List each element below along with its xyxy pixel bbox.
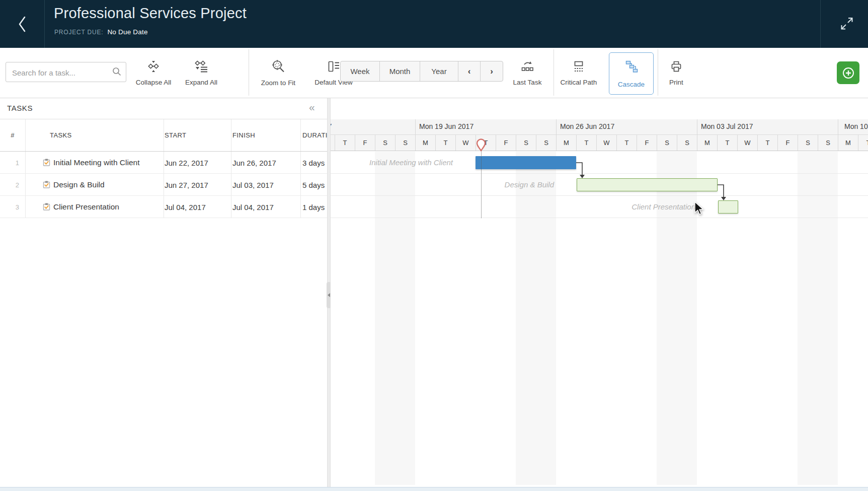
task-duration: 1 days: [302, 203, 325, 212]
task-finish-date: Jul 03, 2017: [232, 181, 274, 189]
gantt-app: Professional Services Project PROJECT DU…: [0, 0, 868, 491]
page-title: Professional Services Project: [54, 5, 247, 22]
zoom-to-fit-label: Zoom to Fit: [261, 79, 295, 87]
expand-all-label: Expand All: [185, 79, 217, 86]
gantt-row-separator: [331, 173, 868, 174]
task-name[interactable]: Design & Build: [53, 180, 105, 189]
gantt-bar-1[interactable]: [476, 156, 576, 169]
task-icon: [42, 180, 51, 189]
last-task-label: Last Task: [513, 79, 542, 86]
gantt-row-separator: [331, 195, 868, 196]
collapse-tasks-panel-icon[interactable]: «: [309, 101, 315, 113]
day-header-cell: T: [757, 135, 777, 151]
day-header-cell: M: [697, 135, 717, 151]
day-header-cell: S: [818, 135, 838, 151]
task-type-icon: [42, 202, 51, 211]
weekend-shading: [798, 152, 838, 485]
project-due: PROJECT DUE:No Due Date: [54, 28, 148, 36]
task-duration: 5 days: [302, 181, 325, 189]
print-button[interactable]: Print: [654, 50, 698, 96]
scroll-left-button[interactable]: ‹: [458, 61, 481, 81]
task-start-date: Jul 04, 2017: [165, 203, 206, 212]
week-header-label: Mon 03 Jul 2017: [701, 122, 753, 130]
task-start-date: Jun 27, 2017: [165, 181, 208, 189]
print-label: Print: [669, 79, 683, 86]
column-header-duration: DURATION: [302, 119, 327, 152]
schedule-gantt: Mon 12 Jun 2017Mon 19 Jun 2017Mon 26 Jun…: [331, 98, 868, 491]
header-divider-right: [820, 0, 821, 48]
tasks-panel-header: TASKS «: [0, 98, 327, 119]
week-segment[interactable]: Week: [341, 61, 380, 81]
day-header-cell: T: [435, 135, 455, 151]
task-finish-date: Jun 26, 2017: [232, 159, 276, 167]
today-marker-pin[interactable]: [475, 137, 487, 152]
app-header: Professional Services Project PROJECT DU…: [0, 0, 868, 48]
critical-path-button[interactable]: Critical Path: [553, 50, 605, 96]
table-row[interactable]: 1Initial Meeting with ClientJun 22, 2017…: [0, 152, 327, 174]
day-header-cell: M: [415, 135, 435, 151]
day-header-cell: F: [777, 135, 798, 151]
day-header-cell: F: [637, 135, 657, 151]
task-finish-date: Jul 04, 2017: [232, 203, 274, 212]
day-header-cell: S: [798, 135, 818, 151]
zoom-to-fit-button[interactable]: Zoom to Fit: [253, 50, 303, 96]
day-header-cell: T: [858, 135, 868, 151]
zoom-to-fit-icon: [271, 59, 285, 74]
add-task-button[interactable]: [837, 61, 859, 84]
cascade-icon: [623, 59, 640, 75]
time-scale-control: Week Month Year ‹ ›: [340, 61, 503, 82]
horizontal-scrollbar[interactable]: [0, 487, 868, 491]
add-icon: [841, 66, 855, 80]
last-task-button[interactable]: Last Task: [503, 50, 551, 96]
gantt-bar-label: Client Presentation: [544, 201, 695, 213]
collapse-all-icon: [146, 60, 161, 73]
week-header-label: Mon 19 Jun 2017: [419, 122, 474, 130]
day-header-cell: S: [657, 135, 677, 151]
day-header-cell: W: [455, 135, 476, 151]
table-row[interactable]: 2Design & BuildJun 27, 2017Jul 03, 20175…: [0, 174, 327, 196]
expand-all-button[interactable]: Expand All: [176, 50, 226, 96]
fullscreen-icon: [838, 15, 855, 32]
column-header-#: #: [0, 119, 25, 152]
row-number: 2: [1, 181, 19, 189]
expand-all-icon: [194, 60, 208, 73]
collapse-all-button[interactable]: Collapse All: [128, 50, 179, 96]
task-icon: [42, 202, 51, 211]
mouse-cursor: [693, 201, 706, 216]
year-segment[interactable]: Year: [420, 61, 458, 81]
day-header-cell: S: [375, 135, 395, 151]
day-header-cell: M: [556, 135, 576, 151]
column-header-start: START: [165, 119, 186, 152]
search-input[interactable]: [11, 62, 111, 83]
cascade-label: Cascade: [618, 81, 645, 88]
month-segment[interactable]: Month: [380, 61, 420, 81]
gantt-bar-label: Initial Meeting with Client: [331, 157, 453, 168]
last-task-icon: [520, 60, 535, 73]
task-name[interactable]: Initial Meeting with Client: [53, 158, 139, 167]
day-header-cell: W: [737, 135, 757, 151]
task-type-icon: [42, 158, 51, 167]
week-divider: [697, 119, 697, 135]
fullscreen-button[interactable]: [832, 9, 862, 38]
header-divider: [44, 0, 45, 48]
week-header-label: Mon 12 Jun 2017: [331, 122, 332, 130]
weekend-shading: [375, 152, 415, 485]
search-icon: [112, 66, 122, 77]
day-header-cell: T: [576, 135, 596, 151]
week-divider: [838, 119, 838, 135]
gantt-row-separator: [331, 218, 868, 218]
column-header-tasks: TASKS: [50, 119, 72, 152]
cascade-button[interactable]: Cascade: [609, 52, 654, 95]
task-name[interactable]: Client Presentation: [53, 202, 119, 212]
back-button[interactable]: [0, 0, 44, 48]
column-header-finish: FINISH: [232, 119, 255, 152]
print-icon: [669, 60, 683, 73]
day-header-cell: T: [616, 135, 637, 151]
table-row[interactable]: 3Client PresentationJul 04, 2017Jul 04, …: [0, 196, 327, 218]
task-type-icon: [42, 180, 51, 189]
default-view-icon: [327, 60, 341, 73]
day-header-cell: F: [496, 135, 516, 151]
gantt-bar-2[interactable]: [577, 178, 718, 191]
scroll-right-button[interactable]: ›: [481, 61, 503, 81]
gantt-bar-3[interactable]: [718, 200, 738, 214]
